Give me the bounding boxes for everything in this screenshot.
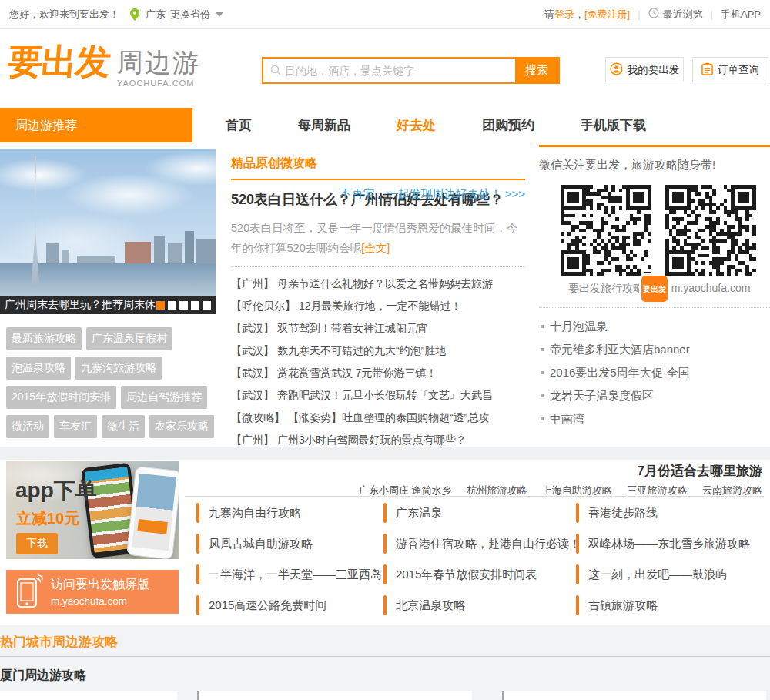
- nav-item-group-booking[interactable]: 团购预约: [482, 116, 534, 134]
- city-card[interactable]: [197, 691, 472, 700]
- list-item[interactable]: 【武汉】 数九寒天不可错过的九大“约泡”胜地: [231, 340, 525, 362]
- full-text-link[interactable]: [全文]: [361, 242, 390, 254]
- guide-link[interactable]: 古镇旅游攻略: [576, 595, 759, 615]
- login-link[interactable]: 登录: [554, 8, 574, 20]
- topbar-left: 您好，欢迎来到要出发！ 广东 更换省份: [9, 8, 223, 22]
- nav-item-good-places[interactable]: 好去处: [397, 116, 436, 134]
- tag-link[interactable]: 车友汇: [54, 415, 97, 438]
- micro-guides-column: 精品原创微攻略 520表白日送什么？广州情侣好去处有哪些？ 不再宅，一起发现周边…: [231, 156, 525, 451]
- my-account-button[interactable]: 我的要出发: [605, 57, 684, 82]
- orange-bar-icon: [576, 564, 579, 584]
- sub-link[interactable]: 杭州旅游攻略: [467, 484, 527, 495]
- guide-link[interactable]: 这一刻，出发吧——鼓浪屿: [576, 564, 759, 584]
- city-card[interactable]: [0, 691, 177, 700]
- site-logo[interactable]: 要出发 周边游 YAOCHUFA.COM: [8, 42, 200, 88]
- carousel-dots: [156, 301, 211, 310]
- divider-line: [0, 656, 770, 657]
- guide-link[interactable]: 双峰林场——东北雪乡旅游攻略: [576, 534, 759, 554]
- hot-cities-section: 热门城市周边游攻略 厦门周边游攻略: [0, 625, 770, 700]
- topbar: 您好，欢迎来到要出发！ 广东 更换省份 请登录，[免费注册] | 最近浏览 | …: [0, 0, 770, 29]
- guide-link[interactable]: 广东温泉: [383, 503, 567, 523]
- orange-bar-icon: [383, 534, 387, 554]
- search-input[interactable]: [263, 59, 515, 82]
- guide-link[interactable]: 凤凰古城自助游攻略: [196, 534, 380, 554]
- sub-link[interactable]: 云南旅游攻略: [702, 484, 762, 495]
- wechat-title: 微信关注要出发，旅游攻略随身带!: [539, 158, 770, 172]
- tag-link[interactable]: 周边自驾游推荐: [121, 386, 207, 409]
- sub-link[interactable]: 广东小周庄 逢简水乡: [359, 484, 452, 495]
- guide-link[interactable]: 游香港住宿攻略，赴港自由行必读！: [383, 534, 567, 554]
- orange-bar-icon: [576, 595, 579, 615]
- tag-link[interactable]: 微活动: [6, 415, 49, 438]
- guide-link[interactable]: 2015高速公路免费时间: [196, 595, 380, 615]
- list-item[interactable]: 【武汉】 赏花赏雪赏武汉 7元带你游三镇！: [231, 362, 525, 384]
- sub-link[interactable]: 三亚旅游攻略: [627, 484, 687, 495]
- orange-bar-icon: [196, 503, 199, 523]
- guide-link[interactable]: 北京温泉攻略: [383, 595, 567, 615]
- list-item[interactable]: 【呼伦贝尔】 12月最美旅行地，一定不能错过！: [231, 295, 525, 317]
- guide-link[interactable]: 2015年春节放假安排时间表: [383, 564, 567, 584]
- orange-bar-icon: [196, 564, 199, 584]
- side-link[interactable]: 2016要出发5周年大促-全国: [539, 361, 770, 384]
- orange-divider: [231, 179, 525, 180]
- carousel-dot[interactable]: [156, 301, 165, 310]
- divider: |: [711, 8, 713, 20]
- qr-center-logo: 要出发: [639, 273, 670, 304]
- carousel-dot[interactable]: [203, 301, 211, 310]
- user-icon: [610, 62, 623, 78]
- orange-bar-icon: [196, 534, 199, 554]
- qr-code-mobile-site: [665, 185, 756, 276]
- carousel-dot[interactable]: [191, 301, 199, 310]
- micro-guides-title: 精品原创微攻略: [231, 156, 525, 172]
- orange-bar-icon: [383, 503, 387, 523]
- tag-link[interactable]: 九寨沟旅游攻略: [75, 357, 162, 380]
- app-promo-banner[interactable]: app下单 立减10元 下载: [6, 461, 179, 559]
- login-prefix: 请: [544, 8, 554, 20]
- search-button[interactable]: 搜索: [515, 59, 558, 82]
- promo-link[interactable]: 不再宅，一起发现周边好去处！ >>>: [340, 187, 525, 202]
- tag-link[interactable]: 最新旅游攻略: [6, 327, 82, 350]
- tag-link[interactable]: 农家乐攻略: [149, 415, 214, 438]
- order-query-button[interactable]: 订单查询: [692, 57, 768, 82]
- list-item[interactable]: 【微攻略】 【涨姿势】吐血整理的泰国购物超“透”总攻: [231, 407, 525, 429]
- list-item[interactable]: 【武汉】 奔跑吧武汉！元旦小长假玩转『文艺』大武昌: [231, 384, 525, 407]
- current-province[interactable]: 广东: [146, 8, 166, 22]
- nav-item-mobile-download[interactable]: 手机版下载: [581, 116, 646, 134]
- nav-item-home[interactable]: 首页: [226, 116, 252, 134]
- side-link[interactable]: 龙岩天子温泉度假区: [539, 384, 770, 407]
- tag-link[interactable]: 泡温泉攻略: [6, 357, 71, 380]
- nav-item-weekly-new[interactable]: 每周新品: [298, 116, 350, 134]
- touch-banner-line1: 访问要出发触屏版: [51, 577, 149, 593]
- touch-site-banner[interactable]: 访问要出发触屏版 m.yaochufa.com: [6, 570, 179, 614]
- tag-link[interactable]: 2015年放假时间安排: [6, 386, 116, 409]
- recent-viewed-link[interactable]: 最近浏览: [648, 8, 703, 22]
- qr-code-wechat: [561, 185, 651, 276]
- sub-link[interactable]: 上海自助游攻略: [542, 484, 612, 495]
- main-nav: 周边游推荐 首页 每周新品 好去处 团购预约 手机版下载: [0, 108, 770, 142]
- change-province-link[interactable]: 更换省份: [170, 8, 223, 22]
- mobile-app-link[interactable]: 手机APP: [721, 8, 761, 22]
- carousel-dot[interactable]: [179, 301, 188, 310]
- list-item[interactable]: 【武汉】 双节驾到！带着女神江城闹元宵: [231, 317, 525, 340]
- carousel-banner[interactable]: 广州周末去哪里玩？推荐周末休: [0, 149, 216, 314]
- download-button[interactable]: 下载: [16, 533, 58, 554]
- guide-link[interactable]: 一半海洋，一半天堂——三亚西岛: [196, 564, 380, 584]
- qr-caption: m.yaochufa.com: [665, 282, 756, 294]
- tag-link[interactable]: 广东温泉度假村: [86, 327, 172, 350]
- side-link[interactable]: 帝元维多利亚大酒店banner: [539, 338, 770, 361]
- clipboard-icon: [701, 62, 713, 78]
- nav-recommend-block[interactable]: 周边游推荐: [0, 108, 192, 142]
- list-item[interactable]: 【广州】 母亲节送什么礼物好？以爱之名带妈妈去旅游: [231, 273, 525, 295]
- logo-sub-text: 周边游: [117, 49, 200, 77]
- section-two: app下单 立减10元 下载 访问要出发触屏版 m.yaochufa.com 7…: [0, 460, 770, 625]
- register-link[interactable]: [免费注册]: [584, 8, 630, 20]
- carousel-dot[interactable]: [168, 301, 176, 310]
- tag-link[interactable]: 微生活: [102, 415, 145, 438]
- side-link[interactable]: 中南湾: [539, 407, 770, 430]
- guide-link[interactable]: 九寨沟自由行攻略: [196, 503, 380, 523]
- hot-cities-title: 热门城市周边游攻略: [0, 633, 118, 651]
- side-link[interactable]: 十月泡温泉: [539, 315, 770, 338]
- guide-link[interactable]: 香港徒步路线: [576, 503, 759, 523]
- city-card[interactable]: [502, 691, 766, 700]
- orange-bar-icon: [383, 595, 387, 615]
